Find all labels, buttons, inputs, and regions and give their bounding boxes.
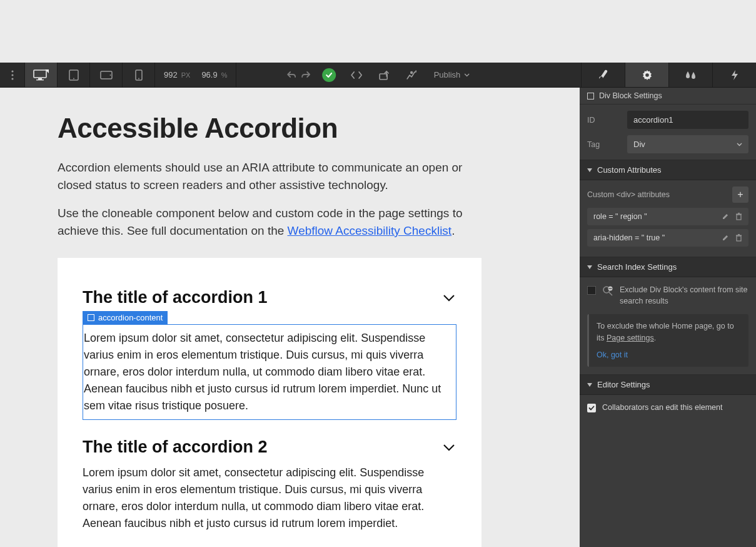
effects-tab-button[interactable] [712, 63, 756, 87]
accordion-body-2: Lorem ipsum dolor sit amet, consectetur … [83, 457, 456, 532]
element-icon [88, 314, 94, 321]
accordion-title-1: The title of accordion 1 [83, 288, 268, 307]
menu-button[interactable] [0, 63, 25, 87]
tablet-view-button[interactable] [58, 63, 90, 87]
top-toolbar: 992 PX 96.9 % [0, 63, 756, 88]
zoom-value: 96.9 [201, 70, 217, 79]
id-label: ID [587, 116, 621, 125]
svg-point-9 [73, 78, 74, 79]
svg-rect-4 [38, 78, 42, 79]
accordion-item-1: The title of accordion 1 accordion-conte… [83, 288, 456, 420]
droplets-icon [685, 70, 697, 80]
settings-tab-button[interactable] [625, 63, 668, 87]
svg-rect-20 [737, 236, 741, 241]
svg-rect-21 [736, 235, 742, 236]
accordion-item-2: The title of accordion 2 Lorem ipsum dol… [83, 437, 456, 532]
code-button[interactable] [343, 63, 370, 87]
accordion-title-2: The title of accordion 2 [83, 437, 268, 457]
svg-rect-3 [34, 70, 46, 78]
attribute-row-aria-hidden[interactable]: aria-hidden = " true " [587, 229, 748, 247]
edit-icon[interactable] [722, 234, 729, 242]
svg-rect-17 [737, 215, 741, 220]
svg-point-16 [645, 73, 649, 77]
svg-rect-19 [738, 213, 740, 213]
caret-down-icon [587, 168, 592, 172]
width-unit: PX [181, 71, 191, 79]
exclude-checkbox[interactable] [587, 286, 596, 295]
svg-rect-26 [609, 288, 612, 289]
element-icon [587, 93, 594, 100]
id-input[interactable] [627, 111, 748, 129]
svg-point-11 [109, 74, 111, 76]
chevron-down-icon [464, 73, 470, 77]
lightning-icon [730, 69, 739, 81]
tag-select[interactable]: Div [627, 135, 748, 153]
svg-rect-18 [736, 214, 742, 215]
delete-icon[interactable] [735, 234, 742, 242]
page-description-1: Accordion elements should use an ARIA at… [58, 159, 470, 193]
page-title: Accessible Accordion [58, 113, 539, 144]
interactions-tab-button[interactable] [668, 63, 712, 87]
redo-button[interactable] [296, 63, 315, 87]
caret-down-icon [587, 383, 592, 387]
attribute-row-role[interactable]: role = " region " [587, 208, 748, 225]
width-value: 992 [164, 70, 178, 79]
svg-point-2 [11, 78, 13, 79]
edit-icon[interactable] [722, 213, 729, 220]
desktop-view-button[interactable] [25, 63, 58, 87]
chevron-down-icon [441, 290, 456, 305]
mobile-view-button[interactable] [123, 63, 155, 87]
settings-panel: Div Block Settings ID Tag Div Custom At [580, 88, 756, 547]
exclude-label: Exclude Div Block's content from site se… [620, 285, 748, 307]
status-check-button[interactable] [315, 63, 343, 87]
chevron-down-icon [737, 143, 742, 146]
info-box: To exclude the whole Home page, go to it… [587, 314, 748, 367]
accordion-card: The title of accordion 1 accordion-conte… [58, 258, 481, 547]
audit-button[interactable] [398, 63, 425, 87]
caret-down-icon [587, 265, 592, 269]
brush-icon [597, 69, 610, 81]
svg-rect-5 [36, 79, 44, 80]
accordion-header-1[interactable]: The title of accordion 1 [83, 288, 456, 307]
editor-settings-header[interactable]: Editor Settings [580, 375, 756, 395]
add-attribute-button[interactable]: + [732, 187, 748, 203]
selection-tag[interactable]: accordion-content [83, 311, 168, 324]
search-index-header[interactable]: Search Index Settings [580, 257, 756, 277]
gear-icon [642, 69, 653, 81]
landscape-mobile-view-button[interactable] [90, 63, 123, 87]
search-exclude-icon [602, 285, 613, 297]
checklist-link[interactable]: Webflow Accessibility Checklist [288, 224, 452, 237]
svg-point-15 [410, 71, 412, 73]
accordion-header-2[interactable]: The title of accordion 2 [83, 437, 456, 457]
ok-got-it-link[interactable]: Ok, got it [597, 349, 741, 361]
canvas-area[interactable]: Accessible Accordion Accordion elements … [0, 88, 580, 547]
check-circle-icon [322, 68, 336, 82]
chevron-down-icon [441, 440, 456, 455]
selected-element[interactable]: Lorem ipsum dolor sit amet, consectetur … [83, 324, 456, 420]
tag-label: Tag [587, 140, 621, 149]
page-description-2: Use the cloneable component below and cu… [58, 205, 470, 239]
collaborators-checkbox[interactable] [587, 404, 596, 412]
export-button[interactable] [370, 63, 398, 87]
canvas-dimensions[interactable]: 992 PX 96.9 % [155, 63, 236, 87]
custom-attributes-label: Custom <div> attributes [587, 190, 670, 199]
svg-rect-22 [738, 234, 740, 235]
page-settings-link[interactable]: Page settings [607, 334, 654, 342]
zoom-unit: % [221, 71, 228, 79]
svg-point-1 [11, 74, 13, 76]
svg-point-13 [138, 78, 139, 79]
panel-title: Div Block Settings [580, 88, 756, 105]
svg-line-24 [609, 292, 612, 295]
style-tab-button[interactable] [581, 63, 625, 87]
custom-attributes-header[interactable]: Custom Attributes [580, 160, 756, 180]
collaborators-label: Collaborators can edit this element [602, 402, 722, 414]
publish-button[interactable]: Publish [425, 63, 479, 87]
delete-icon[interactable] [735, 213, 742, 220]
svg-point-0 [11, 70, 13, 72]
accordion-body-1: Lorem ipsum dolor sit amet, consectetur … [84, 330, 453, 414]
